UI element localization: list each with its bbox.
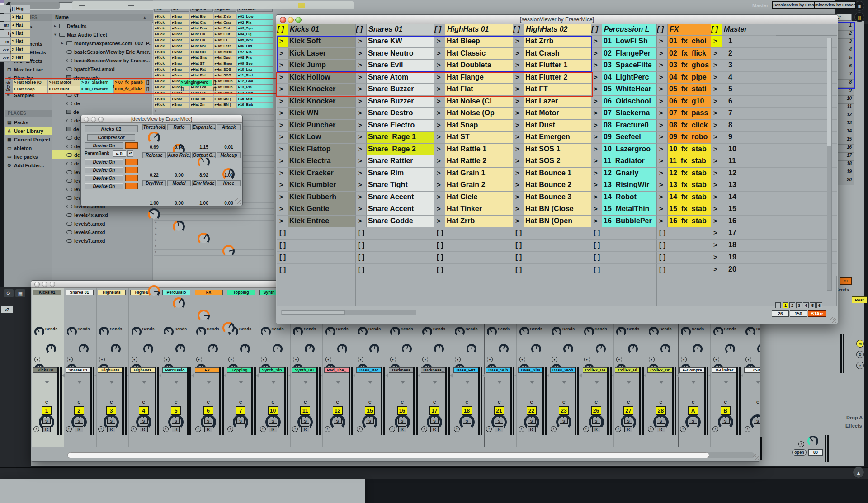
empty-slot[interactable] xyxy=(434,276,513,286)
clip-launch-button[interactable]: > xyxy=(657,192,668,204)
clip-launch-button[interactable]: > xyxy=(434,179,445,192)
param-knob-6[interactable] xyxy=(198,233,210,245)
empty-slot[interactable] xyxy=(711,286,837,296)
clip-cell[interactable]: 05_WhiteHear xyxy=(602,84,657,96)
empty-slot[interactable] xyxy=(434,296,513,306)
empty-slot[interactable] xyxy=(591,286,657,296)
clip-launch-button[interactable]: > xyxy=(356,203,367,216)
open-button[interactable]: open xyxy=(792,449,807,456)
fold-sends-button[interactable]: ▼ xyxy=(390,357,396,362)
empty-slot[interactable] xyxy=(591,296,657,306)
clip-launch-button[interactable]: > xyxy=(434,132,445,144)
fold-sends-button[interactable]: ▼ xyxy=(681,357,687,362)
scene-number-cell[interactable]: 19 xyxy=(722,252,776,264)
scene-number-cell[interactable]: 7 xyxy=(722,108,776,120)
solo-button[interactable]: S xyxy=(334,418,342,424)
file-row[interactable]: levels5.amxd xyxy=(52,219,151,228)
mini-clip[interactable]: ▸02_Fla xyxy=(237,20,273,26)
clip-launch-button[interactable]: > xyxy=(657,60,668,72)
track-activator[interactable]: 21 xyxy=(494,406,504,415)
clip-cell[interactable]: Hat Cicle xyxy=(445,192,513,204)
master-header[interactable]: Master xyxy=(722,24,776,36)
clip-cell[interactable]: Snare Destro xyxy=(367,108,434,120)
send-a-knob[interactable] xyxy=(358,327,368,337)
clip-cell[interactable]: Kick Flattop xyxy=(288,144,356,156)
empty-slot[interactable] xyxy=(528,240,591,252)
empty-slot-marker[interactable]: [ ] xyxy=(657,227,672,240)
mini-clip[interactable]: ▸Hat SOS xyxy=(214,67,236,73)
sidebar-item-ableton[interactable]: ▭ableton xyxy=(5,144,52,152)
track-name-tag[interactable]: Percussio xyxy=(162,290,190,295)
solo-button[interactable]: S xyxy=(689,418,697,424)
clip-total-field[interactable]: 150 xyxy=(790,310,807,317)
scene-launch-button[interactable]: > xyxy=(711,60,722,72)
clip-cell[interactable]: Snare Buzzer xyxy=(367,96,434,108)
clip-launch-button[interactable]: > xyxy=(657,179,668,192)
track-name-tag[interactable]: A-Compre xyxy=(679,367,705,373)
empty-slot-marker[interactable]: [ ] xyxy=(356,252,371,264)
solo-button[interactable]: S xyxy=(463,418,471,424)
empty-slot[interactable] xyxy=(528,264,591,276)
clip-cell[interactable]: Snare_Rage 1 xyxy=(367,132,434,144)
empty-slot[interactable] xyxy=(371,240,434,252)
clip-cell[interactable]: Hat Rattle 2 xyxy=(445,155,513,168)
sidebar-item-live-packs[interactable]: ▭live packs xyxy=(5,152,52,161)
solo-button[interactable]: S xyxy=(75,418,83,424)
clip-launch-button[interactable]: > xyxy=(356,168,367,180)
send-b-knob[interactable] xyxy=(111,344,121,354)
track-bracket-button[interactable]: [ ] xyxy=(513,24,524,36)
clip-cell[interactable]: Hat Emergen xyxy=(524,132,591,144)
open-value-field[interactable]: 80 xyxy=(808,449,823,456)
scene-number-cell[interactable]: 5 xyxy=(722,84,776,96)
page-button-5[interactable]: 5 xyxy=(810,302,816,308)
monitor-arrow-button[interactable]: ↑ xyxy=(551,426,557,432)
clip-launch-button[interactable]: > xyxy=(277,108,288,120)
clip-cell[interactable]: 02_fx_flick xyxy=(668,48,711,60)
scene-launch-button[interactable]: > xyxy=(711,108,722,120)
track-bracket-button[interactable]: [ ] xyxy=(591,24,602,36)
file-row[interactable]: ▾Max Audio Effect xyxy=(52,30,151,39)
empty-slot[interactable] xyxy=(434,286,513,296)
monitor-arrow-button[interactable]: ↑ xyxy=(454,426,460,432)
track-name-tag[interactable]: Pad_The_ xyxy=(324,367,349,373)
clip-launch-button[interactable]: > xyxy=(277,144,288,156)
scene-number-cell[interactable]: 20 xyxy=(722,264,776,276)
clip-cell[interactable]: 11_Radiator xyxy=(602,155,657,168)
empty-slot-marker[interactable]: [ ] xyxy=(657,240,672,252)
clip-launch-button[interactable]: > xyxy=(657,132,668,144)
scene-launch-button[interactable]: > xyxy=(711,192,722,204)
send-a-knob[interactable] xyxy=(326,327,335,337)
mini-clip[interactable]: ▸Hat Cras xyxy=(214,20,236,26)
scene-launch-button[interactable]: > xyxy=(711,48,722,60)
empty-slot-marker[interactable]: [ ] xyxy=(591,264,607,276)
fold-sends-button[interactable]: ▼ xyxy=(713,357,719,362)
track-name-tag[interactable]: Darkness xyxy=(389,367,414,373)
solo-button[interactable]: S xyxy=(42,418,51,424)
clip-launch-button[interactable]: > xyxy=(591,108,602,120)
mini-clip[interactable]: ▸15_Met xyxy=(237,97,273,102)
param-knob-11[interactable] xyxy=(222,322,235,334)
track-name-tag[interactable]: Percussio xyxy=(162,367,188,373)
clip-launch-button[interactable]: > xyxy=(513,203,524,216)
fold-sends-button[interactable]: ▼ xyxy=(99,357,105,362)
fold-sends-button[interactable]: ▼ xyxy=(649,357,655,362)
send-b-knob[interactable] xyxy=(46,344,56,354)
mini-clip[interactable]: ▸Hat Moto xyxy=(214,50,236,55)
clip-cell[interactable]: Snare Rim xyxy=(367,168,434,180)
clip-launch-button[interactable]: > xyxy=(277,155,288,168)
track-name-tag[interactable]: Darkness_ xyxy=(421,367,446,373)
mini-clip[interactable]: ▸Snar xyxy=(171,32,189,38)
mini-empty-slot[interactable]: ▸ xyxy=(154,215,274,221)
send-a-knob[interactable] xyxy=(649,327,659,337)
param-knob-10[interactable] xyxy=(198,310,210,322)
file-row[interactable]: basicSessionView by Eric Amer... xyxy=(52,47,151,56)
empty-slot-marker[interactable]: [ ] xyxy=(356,240,371,252)
monitor-arrow-button[interactable]: ↑ xyxy=(583,426,589,432)
clip-launch-button[interactable]: > xyxy=(513,132,524,144)
clip-launch-button[interactable]: > xyxy=(591,155,602,168)
clip-launch-button[interactable]: > xyxy=(434,96,445,108)
empty-slot-marker[interactable]: [ ] xyxy=(434,252,450,264)
empty-slot[interactable] xyxy=(277,296,356,306)
scene-number-cell[interactable]: 8 xyxy=(722,120,776,132)
resize-grip[interactable] xyxy=(753,454,759,460)
